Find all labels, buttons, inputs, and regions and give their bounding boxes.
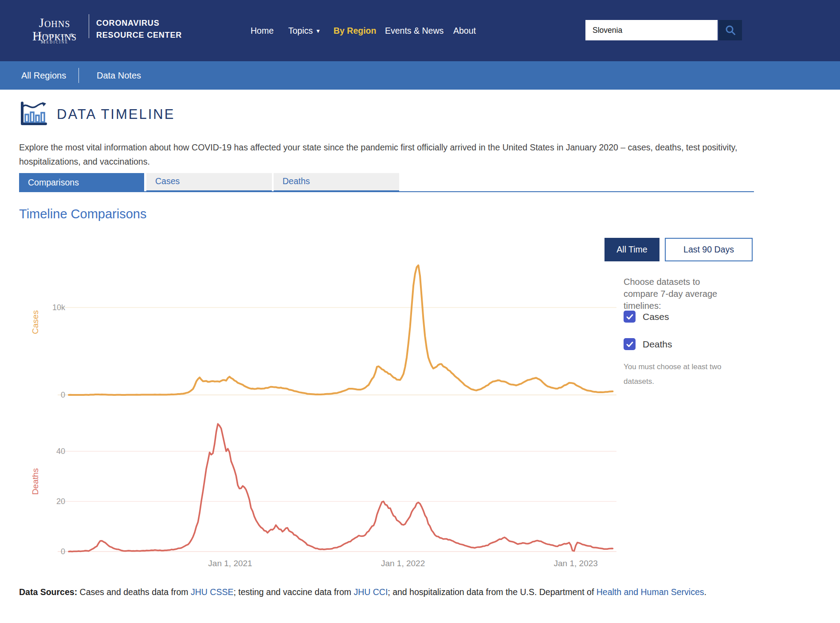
- timeline-comparison-charts: 010kCases02040DeathsJan 1, 2021Jan 1, 20…: [0, 204, 840, 586]
- nav-item-topics[interactable]: Topics▼: [288, 24, 321, 37]
- tab-deaths[interactable]: Deaths: [274, 173, 399, 192]
- search-button[interactable]: [719, 20, 742, 40]
- timeline-tabs: Comparisons Cases Deaths: [19, 173, 754, 192]
- search-icon: [725, 25, 736, 35]
- header: Johns Hopkins University & Medicine CORO…: [0, 0, 840, 61]
- svg-text:Cases: Cases: [31, 310, 40, 334]
- chevron-down-icon: ▼: [315, 28, 321, 34]
- svg-text:40: 40: [56, 447, 65, 456]
- svg-text:0: 0: [61, 547, 65, 556]
- subnav-divider: [79, 68, 79, 83]
- jhu-cci-link[interactable]: JHU CCI: [353, 587, 388, 597]
- footer-text: ; testing and vaccine data from: [233, 587, 353, 597]
- page-title: DATA TIMELINE: [57, 106, 175, 122]
- subnav-item-data-notes[interactable]: Data Notes: [97, 69, 141, 82]
- bar-line-chart-icon: [19, 99, 48, 127]
- nav-item-by-region[interactable]: By Region: [334, 24, 376, 37]
- footer-text: ; and hospitalization data from the U.S.…: [388, 587, 596, 597]
- tab-comparisons[interactable]: Comparisons: [19, 173, 144, 192]
- svg-text:0: 0: [61, 390, 65, 399]
- nav-item-events-news[interactable]: Events & News: [385, 24, 444, 37]
- data-sources-label: Data Sources:: [19, 587, 80, 597]
- tab-cases[interactable]: Cases: [146, 173, 272, 192]
- svg-text:Jan 1, 2023: Jan 1, 2023: [554, 559, 598, 568]
- page-description: Explore the most vital information about…: [19, 140, 740, 169]
- data-sources-note: Data Sources: Cases and deaths data from…: [19, 585, 764, 599]
- site-name-line2: RESOURCE CENTER: [96, 31, 182, 39]
- svg-text:Jan 1, 2021: Jan 1, 2021: [208, 559, 252, 568]
- johns-hopkins-logo-subtitle: University & Medicine: [19, 32, 90, 45]
- nav-item-home[interactable]: Home: [251, 24, 274, 37]
- svg-text:10k: 10k: [52, 303, 66, 312]
- svg-text:Jan 1, 2022: Jan 1, 2022: [381, 559, 425, 568]
- subnav-item-all-regions[interactable]: All Regions: [21, 69, 66, 82]
- nav-topics-label: Topics: [288, 26, 313, 35]
- logo-divider: [89, 14, 89, 38]
- nav-item-about[interactable]: About: [453, 24, 476, 37]
- search-input[interactable]: [585, 20, 718, 40]
- footer-text: .: [704, 587, 707, 597]
- site-name[interactable]: CORONAVIRUS RESOURCE CENTER: [96, 17, 182, 41]
- jhu-coronavirus-resource-center-page: Johns Hopkins University & Medicine CORO…: [0, 0, 840, 623]
- footer-text: Cases and deaths data from: [80, 587, 191, 597]
- svg-text:Deaths: Deaths: [31, 468, 40, 495]
- site-name-line1: CORONAVIRUS: [96, 19, 159, 28]
- region-subnav: All Regions Data Notes: [0, 61, 840, 90]
- hhs-link[interactable]: Health and Human Services: [597, 587, 704, 597]
- svg-text:20: 20: [56, 497, 65, 506]
- jhu-csse-link[interactable]: JHU CSSE: [191, 587, 233, 597]
